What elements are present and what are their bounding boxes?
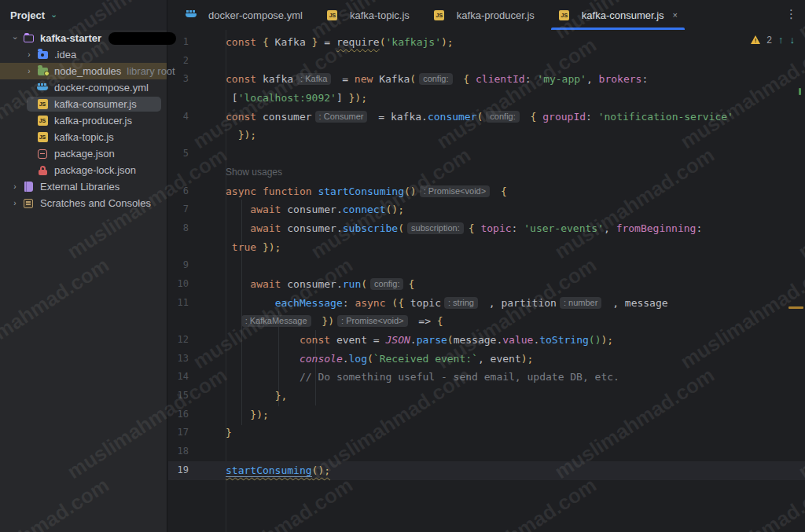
previous-warning-icon[interactable]: ↑ (778, 34, 784, 46)
code-line-text: await consumer.connect(); (189, 200, 404, 219)
lock-icon (36, 164, 49, 177)
code-line-text: await consumer.subscribe(subscription:{ … (189, 219, 702, 238)
line-number: 17 (168, 424, 189, 442)
warning-stripe-marker[interactable] (788, 306, 803, 309)
code-line-text: }, (189, 387, 287, 405)
code-line: true }); (168, 238, 805, 257)
code-line: 2 (168, 52, 805, 71)
sidebar-item-package-lock-json[interactable]: package-lock.json (0, 162, 167, 178)
tab-kafka-topic-js[interactable]: JSkafka-topic.js (314, 0, 421, 30)
library-root-badge: library root (127, 65, 175, 77)
code-line: 15 }, (168, 387, 805, 405)
library-icon (22, 181, 35, 193)
tree-item-label: External Libraries (40, 181, 119, 193)
code-line: 5 (168, 145, 805, 163)
chevron-collapsed-icon[interactable]: › (22, 67, 36, 75)
tab-docker-compose-yml[interactable]: docker-compose.yml (173, 0, 314, 30)
code-line-text: // Do something useful - send email, upd… (189, 368, 619, 387)
tree-item-label: docker-compose.yml (54, 82, 149, 94)
code-line: 11 eachMessage: async ({ topic: string ,… (168, 294, 805, 313)
code-line: 13 console.log(`Received event:`, event)… (168, 350, 805, 369)
sidebar-item-external-libraries[interactable]: ›External Libraries (0, 178, 167, 195)
code-line: 6async function startConsuming(): Promis… (168, 182, 805, 201)
inlay-hint: : KafkaMessage (241, 315, 311, 327)
sidebar-item-node-modules[interactable]: ›node_moduleslibrary root (0, 63, 167, 79)
inlay-hint: config: (419, 73, 452, 85)
inlay-hint: : string (444, 297, 478, 309)
line-number: 16 (168, 405, 189, 424)
change-marker[interactable] (799, 88, 801, 95)
sidebar-item-docker-compose-yml[interactable]: docker-compose.yml (0, 79, 167, 96)
code-line-text: const kafka: Kafka = new Kafka(config: {… (189, 70, 648, 89)
code-line: 3const kafka: Kafka = new Kafka(config: … (168, 70, 805, 89)
close-icon[interactable]: × (673, 10, 678, 20)
tab-kafka-producer-js[interactable]: JSkafka-producer.js (421, 0, 546, 30)
chevron-expanded-icon[interactable]: › (11, 31, 20, 46)
sidebar-item-kafka-topic-js[interactable]: JSkafka-topic.js (0, 129, 167, 145)
code-line: 10 await consumer.run(config:{ (168, 275, 805, 294)
sidebar-item-scratches-and-consoles[interactable]: ›Scratches and Consoles (0, 195, 167, 211)
next-warning-icon[interactable]: ↓ (790, 34, 796, 46)
code-line-text: async function startConsuming(): Promise… (189, 182, 507, 201)
code-line: 14 // Do something useful - send email, … (168, 368, 805, 387)
tab-label: kafka-topic.js (350, 9, 410, 21)
tree-item-label: node_modules (54, 65, 121, 77)
code-line: 12 const event = JSON.parse(message.valu… (168, 331, 805, 350)
javascript-file-icon: JS (36, 131, 49, 144)
chevron-collapsed-icon[interactable]: › (8, 199, 22, 207)
line-number: 5 (168, 145, 189, 163)
code-line: 17} (168, 424, 805, 442)
sidebar-item-kafka-consumer-js[interactable]: JSkafka-consumer.js (0, 96, 167, 112)
sidebar-item-kafka-starter[interactable]: ›kafka-starter (0, 30, 167, 46)
tree-item-label: kafka-consumer.js (54, 98, 137, 110)
inspections-widget[interactable]: 2 ↑ ↓ (751, 34, 795, 46)
sidebar-item--idea[interactable]: ›.idea (0, 46, 167, 63)
line-number: 7 (168, 200, 189, 219)
code-editor[interactable]: 1const { Kafka } = require('kafkajs');23… (168, 30, 805, 532)
code-line-text: startConsuming(); (189, 461, 330, 480)
tree-item-label: kafka-starter (40, 32, 101, 44)
scratches-icon (22, 197, 35, 210)
javascript-file-icon: JS (326, 9, 339, 21)
code-line: : KafkaMessage }): Promise<void> => { (168, 312, 805, 331)
code-line-text: Show usages (189, 163, 282, 182)
line-number: 8 (168, 219, 189, 238)
project-header[interactable]: Project ⌄ (0, 0, 167, 30)
docker-icon (36, 82, 49, 94)
tree-item-label: kafka-producer.js (54, 115, 132, 127)
sidebar-item-kafka-producer-js[interactable]: JSkafka-producer.js (0, 112, 167, 129)
tree-item-label: kafka-topic.js (54, 131, 114, 143)
code-line: 19startConsuming(); (168, 461, 805, 480)
code-line-text: }); (189, 126, 256, 145)
tab-label: kafka-producer.js (457, 9, 535, 21)
line-number: 10 (168, 275, 189, 294)
tree-item-label: package-lock.json (54, 164, 136, 176)
inlay-hint: : Kafka (296, 73, 331, 85)
line-number: 14 (168, 368, 189, 387)
line-number: 11 (168, 294, 189, 313)
more-options-icon[interactable]: ⋮ (785, 7, 797, 21)
inlay-hint: config: (486, 111, 519, 123)
sidebar-item-package-json[interactable]: package.json (0, 145, 167, 162)
project-tool-window: Project ⌄ ›kafka-starter›.idea›node_modu… (0, 0, 167, 532)
chevron-collapsed-icon[interactable]: › (8, 182, 22, 191)
tab-label: docker-compose.yml (208, 9, 303, 21)
inlay-hint: : Promise<void> (420, 185, 490, 197)
code-line-text: ['localhost:9092'] }); (189, 89, 367, 108)
chevron-collapsed-icon[interactable]: › (22, 50, 36, 59)
code-line: 8 await consumer.subscribe(subscription:… (168, 219, 805, 238)
project-tree: ›kafka-starter›.idea›node_moduleslibrary… (0, 30, 167, 211)
code-line: }); (168, 126, 805, 145)
ide-window: Project ⌄ ›kafka-starter›.idea›node_modu… (0, 0, 805, 532)
code-area[interactable]: 1const { Kafka } = require('kafkajs');23… (168, 33, 805, 480)
chevron-down-icon[interactable]: ⌄ (50, 9, 57, 20)
show-usages-hint[interactable]: Show usages (168, 163, 805, 182)
code-line: 4const consumer: Consumer = kafka.consum… (168, 108, 805, 127)
code-line-text: console.log(`Received event:`, event); (189, 350, 533, 369)
javascript-file-icon: JS (36, 98, 49, 111)
code-line-text: }); (189, 405, 269, 424)
line-number: 15 (168, 387, 189, 405)
tab-kafka-consumer-js[interactable]: JSkafka-consumer.js× (546, 0, 689, 30)
code-line-text: const event = JSON.parse(message.value.t… (189, 331, 613, 350)
tab-label: kafka-consumer.js (582, 9, 664, 21)
